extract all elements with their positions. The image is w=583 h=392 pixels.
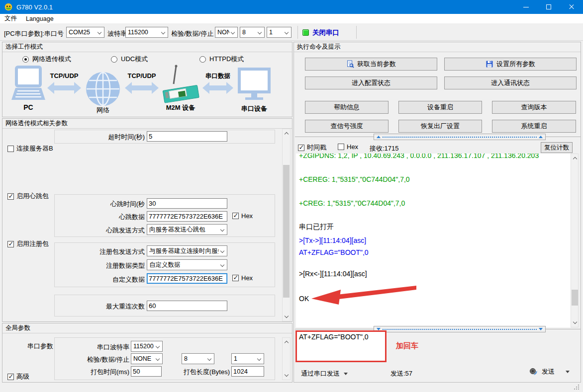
reset-count-button[interactable]: 复位计数 bbox=[541, 142, 573, 153]
net-params-group: 网络透传模式相关参数 超时时间(秒) 连接服务器B 启用心跳包 心跳时间(秒 心… bbox=[2, 118, 292, 322]
scrollbar-thumb[interactable] bbox=[572, 290, 578, 306]
log-scrollbar[interactable] bbox=[571, 154, 579, 327]
pc-laptop-icon bbox=[11, 67, 45, 100]
custom-hex-checkbox[interactable] bbox=[232, 275, 239, 281]
enter-comm-button[interactable]: 进入通讯状态 bbox=[444, 77, 577, 89]
heartbeat-time-input[interactable] bbox=[147, 198, 227, 209]
heartbeat-enable-checkbox[interactable] bbox=[7, 193, 14, 200]
register-mode-value: 与服务器建立连接时向服务 bbox=[149, 247, 219, 255]
tcp-udp-label-1: TCP/UDP bbox=[50, 72, 78, 79]
custom-data-input[interactable] bbox=[147, 273, 227, 284]
via-serial-dropdown[interactable]: 通过串口发送 bbox=[301, 369, 348, 378]
global-params-scrollbar[interactable] bbox=[282, 337, 291, 380]
resize-grip[interactable] bbox=[573, 384, 580, 391]
advanced-row[interactable]: 高级 bbox=[7, 372, 29, 381]
splitter-handle[interactable] bbox=[374, 326, 546, 332]
m2m-label: M2M 设备 bbox=[166, 104, 196, 111]
help-button[interactable]: 帮助信息 bbox=[305, 101, 389, 114]
baud-select[interactable]: 115200 bbox=[125, 27, 168, 38]
annotation-box bbox=[295, 330, 387, 362]
log-line: AT+ZFLAG="BOOT",0 bbox=[299, 248, 369, 256]
scroll-down-icon[interactable] bbox=[283, 313, 290, 321]
global-data-bits-select[interactable]: 8 bbox=[182, 353, 214, 364]
heartbeat-mode-label: 心跳发送方式 bbox=[57, 226, 145, 235]
maximize-button[interactable] bbox=[537, 0, 560, 14]
menu-bar: 文件 Language bbox=[0, 14, 583, 24]
register-type-select[interactable]: 自定义数据 bbox=[147, 259, 227, 270]
close-serial-button[interactable]: 关闭串口 bbox=[312, 28, 339, 37]
arrow-icon bbox=[125, 82, 159, 94]
radio-transparent-mode[interactable]: 网络透传模式 bbox=[22, 55, 71, 64]
enter-config-button[interactable]: 进入配置状态 bbox=[305, 77, 437, 89]
server-b-checkbox-row[interactable]: 连接服务器B bbox=[7, 144, 53, 153]
send-input[interactable] bbox=[297, 332, 385, 361]
enter-comm-label: 进入通讯状态 bbox=[491, 78, 530, 87]
query-version-button[interactable]: 查询版本 bbox=[492, 101, 576, 114]
baud-value: 115200 bbox=[128, 29, 148, 36]
heartbeat-mode-select[interactable]: 向服务器发送心跳包 bbox=[147, 224, 227, 235]
radio-udc-mode[interactable]: UDC模式 bbox=[111, 55, 148, 64]
parity-select[interactable]: NONI bbox=[215, 27, 238, 38]
heartbeat-enable-row[interactable]: 启用心跳包 bbox=[7, 192, 49, 201]
reset-count-label: 复位计数 bbox=[544, 144, 569, 152]
scrollbar-thumb[interactable] bbox=[283, 165, 290, 298]
server-b-checkbox[interactable] bbox=[7, 146, 14, 152]
system-restart-label: 系统重启 bbox=[521, 122, 547, 131]
device-restart-button[interactable]: 设备重启 bbox=[398, 101, 482, 114]
heartbeat-data-input[interactable] bbox=[147, 211, 227, 222]
timestamp-checkbox[interactable] bbox=[298, 145, 304, 151]
splitter-arrow-icon bbox=[539, 136, 543, 138]
net-params-scrollbar[interactable] bbox=[282, 129, 291, 321]
advanced-label: 高级 bbox=[16, 372, 29, 381]
global-parity-value: NONE bbox=[133, 355, 151, 362]
register-enable-checkbox[interactable] bbox=[7, 241, 14, 247]
heartbeat-hex-row[interactable]: Hex bbox=[232, 212, 253, 220]
radio-httpd-mode[interactable]: HTTPD模式 bbox=[199, 55, 244, 64]
reconnect-input[interactable] bbox=[147, 301, 227, 311]
scroll-up-icon[interactable] bbox=[571, 154, 579, 162]
com-port-select[interactable]: COM25 bbox=[66, 27, 104, 38]
set-params-button[interactable]: 设置所有参数 bbox=[444, 58, 577, 71]
hex-row[interactable]: Hex bbox=[338, 143, 358, 151]
register-enable-row[interactable]: 启用注册包 bbox=[7, 239, 49, 248]
scroll-up-icon[interactable] bbox=[283, 338, 290, 346]
scroll-down-icon[interactable] bbox=[571, 318, 579, 327]
query-version-label: 查询版本 bbox=[521, 103, 547, 112]
query-signal-button[interactable]: 查信号强度 bbox=[305, 120, 389, 133]
register-mode-select[interactable]: 与服务器建立连接时向服务 bbox=[147, 245, 227, 256]
heartbeat-mode-value: 向服务器发送心跳包 bbox=[149, 226, 205, 234]
send-button[interactable]: 发送 bbox=[529, 367, 570, 376]
splitter-handle[interactable] bbox=[374, 134, 546, 140]
scroll-up-icon[interactable] bbox=[283, 129, 290, 138]
advanced-checkbox[interactable] bbox=[7, 374, 14, 380]
custom-hex-row[interactable]: Hex bbox=[232, 274, 253, 282]
heartbeat-hex-checkbox[interactable] bbox=[232, 213, 239, 219]
chevron-down-icon bbox=[97, 30, 101, 34]
get-params-button[interactable]: 获取当前参数 bbox=[305, 58, 437, 71]
timestamp-row[interactable]: 时间戳 bbox=[298, 143, 326, 152]
global-baud-select[interactable]: 115200 bbox=[131, 341, 163, 352]
annotation-text: 加回车 bbox=[396, 341, 418, 351]
query-signal-label: 查信号强度 bbox=[331, 122, 363, 131]
splitter-arrow-icon bbox=[539, 328, 543, 330]
menu-file[interactable]: 文件 bbox=[0, 14, 21, 23]
chevron-down-icon bbox=[156, 344, 160, 348]
system-restart-button[interactable]: 系统重启 bbox=[492, 120, 576, 133]
splitter-dots bbox=[383, 137, 537, 138]
factory-reset-button[interactable]: 恢复出厂设置 bbox=[398, 120, 482, 133]
scroll-down-icon[interactable] bbox=[283, 371, 290, 380]
menu-language[interactable]: Language bbox=[21, 15, 58, 22]
chevron-down-icon bbox=[231, 30, 235, 34]
hex-checkbox[interactable] bbox=[338, 144, 344, 150]
pc-serial-label: [PC串口参数]:串口号 bbox=[4, 29, 64, 38]
global-stop-bits-select[interactable]: 1 bbox=[231, 353, 264, 364]
pack-time-input[interactable] bbox=[131, 366, 162, 377]
pack-len-input[interactable] bbox=[231, 366, 264, 377]
radio-transparent-label: 网络透传模式 bbox=[32, 55, 71, 64]
data-bits-select[interactable]: 8 bbox=[240, 27, 265, 38]
stop-bits-select[interactable]: 1 bbox=[267, 27, 292, 38]
close-button[interactable] bbox=[560, 0, 583, 14]
minimize-button[interactable] bbox=[514, 0, 537, 14]
global-parity-select[interactable]: NONE bbox=[131, 353, 163, 364]
timeout-input[interactable] bbox=[147, 131, 227, 142]
